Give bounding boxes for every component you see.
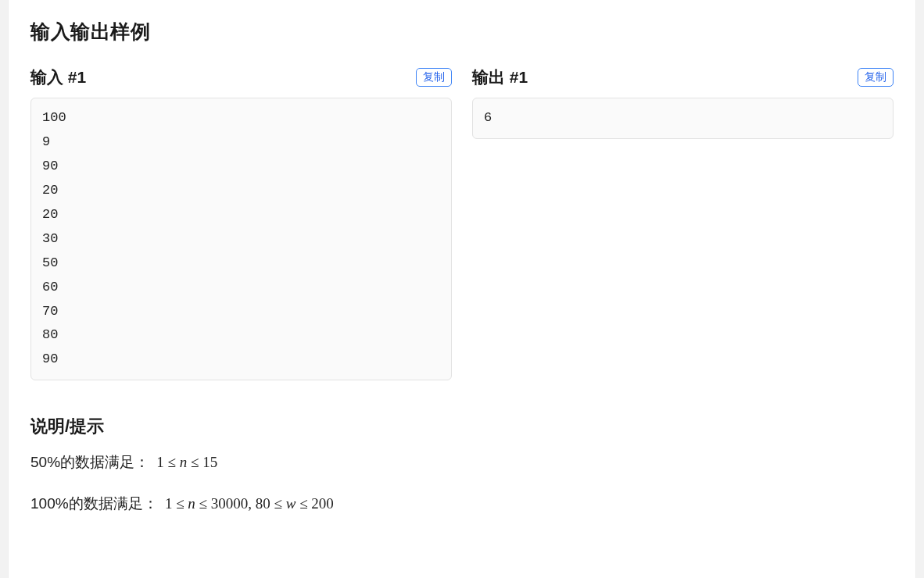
output-label: 输出 #1 xyxy=(472,66,528,88)
copy-input-button[interactable]: 复制 xyxy=(416,68,452,87)
hint-math: 1 ≤ n ≤ 30000, 80 ≤ w ≤ 200 xyxy=(162,495,334,512)
input-content[interactable]: 100 9 90 20 20 30 50 60 70 80 90 xyxy=(30,98,452,380)
hint-prefix: 50%的数据满足： xyxy=(30,454,149,470)
output-content[interactable]: 6 xyxy=(472,98,894,139)
problem-page: 输入输出样例 输入 #1 复制 100 9 90 20 20 30 50 60 … xyxy=(8,0,916,578)
io-grid: 输入 #1 复制 100 9 90 20 20 30 50 60 70 80 9… xyxy=(30,66,894,380)
hints-title: 说明/提示 xyxy=(30,380,894,451)
hint-line-1: 50%的数据满足： 1 ≤ n ≤ 15 xyxy=(30,451,894,474)
hint-line-2: 100%的数据满足： 1 ≤ n ≤ 30000, 80 ≤ w ≤ 200 xyxy=(30,492,894,516)
hint-prefix: 100%的数据满足： xyxy=(30,495,158,512)
io-section-title: 输入输出样例 xyxy=(30,0,894,59)
copy-output-button[interactable]: 复制 xyxy=(858,68,894,87)
input-label: 输入 #1 xyxy=(30,66,86,88)
input-block: 输入 #1 复制 100 9 90 20 20 30 50 60 70 80 9… xyxy=(30,66,452,380)
hint-math: 1 ≤ n ≤ 15 xyxy=(153,454,217,470)
input-header: 输入 #1 复制 xyxy=(30,66,452,88)
output-header: 输出 #1 复制 xyxy=(472,66,894,88)
output-block: 输出 #1 复制 6 xyxy=(472,66,894,380)
